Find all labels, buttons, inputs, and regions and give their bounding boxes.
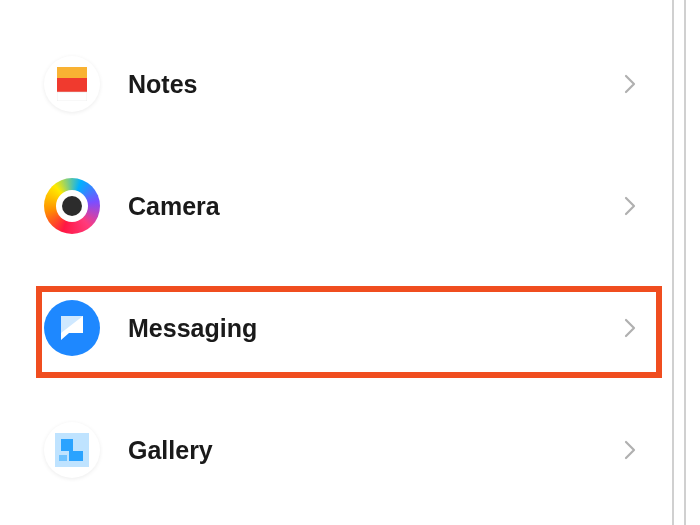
gallery-icon [44, 422, 100, 478]
app-row-camera[interactable]: Camera [44, 166, 660, 246]
app-list: Notes Camera [0, 0, 672, 490]
svg-rect-5 [69, 451, 83, 461]
svg-rect-6 [59, 455, 67, 461]
camera-icon [44, 178, 100, 234]
chevron-right-icon [618, 316, 642, 340]
chevron-right-icon [618, 438, 642, 462]
app-label: Camera [100, 192, 618, 221]
svg-rect-1 [57, 78, 87, 92]
app-row-messaging[interactable]: Messaging [44, 288, 660, 368]
chevron-right-icon [618, 72, 642, 96]
svg-rect-0 [57, 67, 87, 78]
app-list-container: Notes Camera [0, 0, 672, 525]
vertical-divider [684, 0, 686, 525]
messaging-icon [44, 300, 100, 356]
svg-rect-4 [61, 439, 73, 451]
app-row-gallery[interactable]: Gallery [44, 410, 660, 490]
chevron-right-icon [618, 194, 642, 218]
app-label: Gallery [100, 436, 618, 465]
svg-rect-2 [57, 92, 87, 101]
app-row-notes[interactable]: Notes [44, 44, 660, 124]
vertical-divider [672, 0, 674, 525]
app-label: Notes [100, 70, 618, 99]
notes-icon [44, 56, 100, 112]
app-label: Messaging [100, 314, 618, 343]
